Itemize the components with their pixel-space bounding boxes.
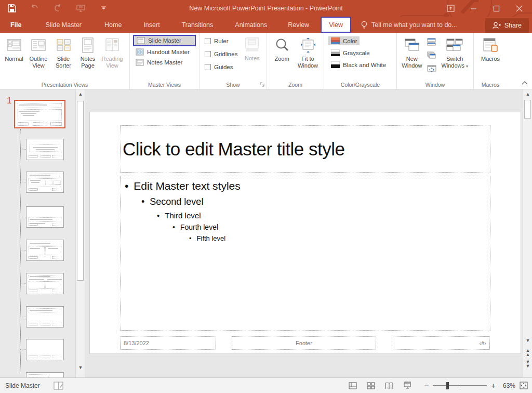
color-label: Color: [343, 38, 357, 44]
redo-icon[interactable]: [53, 4, 62, 13]
fit-to-window-button[interactable]: Fit to Window: [295, 33, 322, 69]
layout-thumbnail-comparison[interactable]: [26, 273, 64, 294]
collapse-ribbon-icon[interactable]: [520, 78, 530, 87]
footer-text: Footer: [296, 340, 312, 346]
layout-thumbnail-title-content[interactable]: [26, 172, 64, 193]
arrange-all-icon[interactable]: [427, 38, 436, 46]
save-icon[interactable]: [7, 4, 17, 13]
slide-number-placeholder[interactable]: ‹#›: [392, 336, 490, 350]
slide-sorter-button[interactable]: Slide Sorter: [51, 33, 76, 69]
panel-scroll-up-icon[interactable]: ▲: [76, 90, 85, 98]
tab-home[interactable]: Home: [96, 17, 130, 33]
thumbnail-panel-scrollbar[interactable]: ▲ ▼: [75, 89, 85, 377]
notes-page-button[interactable]: Notes Page: [76, 33, 100, 69]
powerpoint-window: New Microsoft PowerPoint Presentation - …: [0, 0, 532, 393]
macros-label: Macros: [481, 56, 500, 62]
slide-canvas[interactable]: Click to edit Master title style Edit Ma…: [89, 112, 521, 354]
ribbon-display-options-icon[interactable]: [442, 1, 459, 16]
panel-scroll-thumb[interactable]: [77, 101, 84, 281]
zoom-button[interactable]: Zoom: [270, 33, 295, 69]
bullet-level-1: Edit Master text styles: [125, 180, 490, 192]
share-button[interactable]: Share: [485, 18, 529, 33]
layout-thumbnail-title-only[interactable]: [26, 306, 64, 328]
grayscale-button[interactable]: Grayscale: [328, 48, 373, 57]
minimize-icon[interactable]: [464, 1, 482, 16]
undo-icon[interactable]: [30, 4, 39, 13]
tab-animations[interactable]: Animations: [227, 17, 275, 33]
fit-to-window-label: Fit to Window: [295, 56, 322, 69]
group-presentation-views: Normal Outline View Slide Sorter: [0, 33, 130, 89]
ruler-checkbox-box: [205, 38, 211, 44]
zoom-slider-thumb[interactable]: [446, 382, 449, 389]
reading-view-icon: [104, 36, 120, 54]
status-reading-view-icon[interactable]: [385, 382, 393, 389]
tab-view[interactable]: View: [321, 17, 351, 33]
handout-master-button[interactable]: Handout Master: [133, 47, 196, 57]
tab-insert[interactable]: Insert: [135, 17, 168, 33]
switch-windows-icon: [446, 36, 463, 54]
theme-notes-icon[interactable]: [54, 382, 64, 390]
customize-qat-caret-icon[interactable]: [99, 4, 108, 13]
start-slideshow-icon[interactable]: [76, 4, 85, 13]
normal-view-icon: [6, 36, 22, 54]
tab-transitions[interactable]: Transitions: [174, 17, 222, 33]
tell-me-box[interactable]: Tell me what you want to do...: [355, 17, 462, 33]
status-slideshow-icon[interactable]: [403, 382, 411, 389]
main-scroll-down-icon[interactable]: ▼: [523, 337, 532, 344]
normal-view-button[interactable]: Normal: [2, 33, 26, 69]
window-controls: [442, 0, 532, 17]
guides-checkbox[interactable]: Guides: [205, 64, 237, 70]
notes-icon: [244, 36, 260, 54]
layout-thumbnail-partial[interactable]: [26, 372, 64, 377]
notes-master-button[interactable]: Notes Master: [133, 58, 196, 67]
main-scroll-thumb[interactable]: [524, 100, 531, 119]
layout-thumbnail-two-content[interactable]: [26, 240, 64, 261]
cascade-windows-icon[interactable]: [427, 51, 436, 59]
color-button[interactable]: Color: [328, 36, 360, 45]
layout-thumbnail-title-slide[interactable]: [26, 139, 64, 160]
new-window-label: New Window: [399, 56, 425, 69]
guides-label: Guides: [214, 64, 233, 70]
zoom-in-icon[interactable]: +: [491, 381, 496, 390]
close-icon[interactable]: [510, 1, 528, 16]
body-placeholder[interactable]: Edit Master text styles Second level Thi…: [120, 176, 490, 331]
maximize-icon[interactable]: [487, 1, 505, 16]
status-slide-sorter-icon[interactable]: [367, 382, 375, 389]
ruler-checkbox[interactable]: Ruler: [205, 38, 237, 44]
footer-placeholder[interactable]: Footer: [232, 336, 376, 350]
previous-slide-icon[interactable]: ▲▲: [523, 348, 532, 357]
zoom-percent-label[interactable]: 63%: [500, 382, 515, 389]
layout-connector-line: [20, 129, 21, 373]
tab-slide-master[interactable]: Slide Master: [37, 17, 90, 33]
outline-view-button[interactable]: Outline View: [26, 33, 51, 69]
group-window: New Window Swi: [397, 33, 474, 89]
group-master-views: Slide Master Handout Master Notes Master…: [130, 33, 200, 89]
move-split-icon[interactable]: [427, 65, 436, 73]
grayscale-label: Grayscale: [343, 50, 370, 56]
main-scrollbar[interactable]: ▲ ▼ ▲▲ ▼▼: [523, 89, 532, 377]
macros-button[interactable]: Macros: [476, 33, 505, 62]
slide-master-button[interactable]: Slide Master: [133, 35, 196, 46]
main-scroll-up-icon[interactable]: ▲: [523, 90, 532, 98]
panel-scroll-down-icon[interactable]: ▼: [76, 364, 85, 371]
tab-file[interactable]: File: [1, 17, 31, 33]
layout-thumbnail-section-header[interactable]: [26, 206, 64, 228]
zoom-out-icon[interactable]: −: [424, 381, 429, 390]
layout-thumbnail-blank[interactable]: [26, 339, 64, 360]
black-and-white-button[interactable]: Black and White: [328, 60, 389, 69]
title-placeholder[interactable]: Click to edit Master title style: [120, 125, 490, 173]
group-label-master-views: Master Views: [130, 82, 199, 88]
slide-master-thumbnail[interactable]: [14, 100, 65, 128]
date-placeholder[interactable]: 8/13/2022: [120, 336, 216, 350]
status-normal-view-icon[interactable]: [349, 382, 357, 389]
switch-windows-button[interactable]: Switch Windows ▾: [438, 33, 471, 73]
tab-review[interactable]: Review: [280, 17, 317, 33]
new-window-button[interactable]: New Window: [399, 33, 425, 73]
show-dialog-launcher-icon[interactable]: [260, 82, 265, 87]
group-show: Ruler Gridlines Guides Notes: [200, 33, 267, 89]
gridlines-checkbox[interactable]: Gridlines: [205, 51, 237, 57]
fit-slide-to-window-icon[interactable]: [520, 382, 528, 389]
zoom-slider[interactable]: [433, 382, 487, 389]
black-white-swatch-icon: [331, 61, 340, 68]
next-slide-icon[interactable]: ▼▼: [523, 360, 532, 368]
